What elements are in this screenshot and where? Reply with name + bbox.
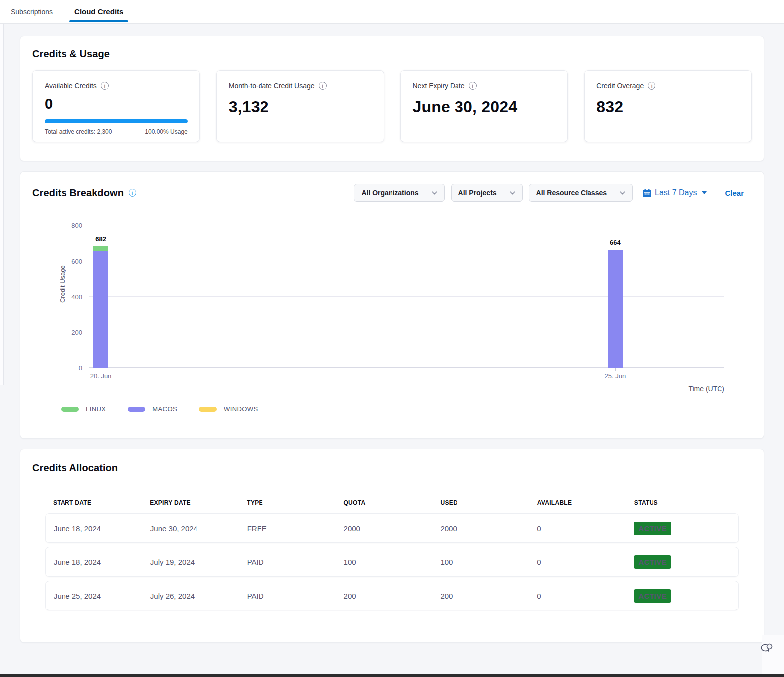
resource-classes-select[interactable]: All Resource Classes [529, 184, 633, 202]
legend-item-linux[interactable]: LINUX [61, 406, 106, 413]
gridline [89, 296, 724, 297]
caret-down-icon [702, 191, 707, 194]
available-credits-label: Available Credits [45, 82, 97, 90]
chart-bar[interactable] [608, 225, 623, 368]
stat-card-row: Available Credits i 0 Total active credi… [32, 70, 752, 142]
projects-select-value: All Projects [458, 189, 497, 197]
windows-color-swatch [199, 407, 217, 412]
col-start-date: START DATE [53, 499, 150, 506]
organizations-select[interactable]: All Organizations [354, 184, 444, 202]
credits-usage-panel: Credits & Usage Available Credits i 0 To… [20, 36, 764, 161]
clear-filters-button[interactable]: Clear [725, 189, 744, 197]
credits-breakdown-title: Credits Breakdown [32, 187, 124, 199]
gridline [89, 332, 724, 332]
projects-select[interactable]: All Projects [451, 184, 523, 202]
credits-progress-track [45, 119, 188, 123]
cell-type: PAID [247, 558, 344, 566]
date-range-picker[interactable]: Last 7 Days [642, 188, 707, 198]
cell-expiry-date: July 19, 2024 [150, 558, 247, 566]
bottom-bar [0, 674, 784, 677]
legend-label: MACOS [152, 406, 177, 413]
info-icon[interactable]: i [648, 82, 655, 90]
calendar-icon [642, 188, 652, 198]
bar-segment-linux [93, 246, 108, 251]
table-row: June 18, 2024 June 30, 2024 FREE 2000 20… [45, 513, 739, 543]
chevron-down-icon [620, 191, 625, 195]
y-tick-label: 600 [71, 257, 82, 265]
linux-color-swatch [61, 407, 79, 412]
status-badge: ACTIVE [634, 522, 671, 535]
info-icon[interactable]: i [129, 189, 136, 197]
chat-bubbles-icon[interactable] [760, 642, 773, 655]
table-header-row: START DATE EXPIRY DATE TYPE QUOTA USED A… [45, 499, 739, 513]
mtd-usage-value: 3,132 [229, 98, 372, 116]
info-icon[interactable]: i [101, 82, 109, 90]
gridline [89, 225, 724, 225]
x-axis-title: Time (UTC) [32, 385, 724, 393]
cell-used: 100 [440, 558, 537, 566]
col-status: STATUS [634, 499, 731, 506]
cell-available: 0 [537, 524, 634, 533]
x-tick-label: 20. Jun [90, 372, 112, 380]
table-row: June 18, 2024 July 19, 2024 PAID 100 100… [45, 547, 739, 577]
cell-quota: 200 [344, 592, 441, 600]
legend-item-windows[interactable]: WINDOWS [199, 406, 258, 413]
legend-label: WINDOWS [224, 406, 258, 413]
chart-bar[interactable] [93, 225, 108, 368]
left-edge-divider [0, 24, 4, 385]
chevron-down-icon [510, 191, 515, 195]
cell-quota: 2000 [344, 524, 441, 533]
col-quota: QUOTA [343, 499, 440, 506]
credits-allocation-panel: Credits Allocation START DATE EXPIRY DAT… [20, 449, 764, 643]
mtd-usage-card: Month-to-date Credit Usage i 3,132 [216, 70, 384, 142]
resource-classes-select-value: All Resource Classes [536, 189, 607, 197]
cell-type: FREE [247, 524, 344, 533]
col-available: AVAILABLE [537, 499, 634, 506]
tab-cloud-credits[interactable]: Cloud Credits [74, 0, 123, 23]
credits-progress-fill [45, 119, 188, 123]
plan-tabbar: Subscriptions Cloud Credits [0, 0, 784, 24]
credits-breakdown-panel: Credits Breakdown i All Organizations Al… [20, 171, 764, 439]
cell-quota: 100 [344, 558, 441, 566]
info-icon[interactable]: i [319, 82, 327, 90]
x-tick [615, 368, 616, 371]
legend-item-macos[interactable]: MACOS [128, 406, 177, 413]
cell-expiry-date: July 26, 2024 [150, 592, 247, 600]
bar-segment-macos [93, 251, 108, 368]
total-active-credits: Total active credits: 2,300 [45, 128, 112, 135]
y-tick-label: 200 [71, 329, 82, 336]
macos-color-swatch [128, 407, 145, 412]
credit-overage-value: 832 [596, 98, 739, 116]
cell-available: 0 [537, 592, 634, 600]
legend-label: LINUX [86, 406, 106, 413]
bar-segment-macos [608, 250, 623, 368]
mtd-usage-label: Month-to-date Credit Usage [229, 82, 315, 90]
x-tick [101, 368, 101, 371]
next-expiry-value: June 30, 2024 [413, 98, 556, 116]
credit-overage-card: Credit Overage i 832 [584, 70, 752, 142]
organizations-select-value: All Organizations [361, 189, 418, 197]
table-row: June 25, 2024 July 26, 2024 PAID 200 200… [45, 581, 739, 610]
chart-filters: All Organizations All Projects All Resou… [354, 184, 752, 202]
y-axis-title: Credit Usage [59, 265, 66, 303]
next-expiry-label: Next Expiry Date [413, 82, 465, 90]
cell-type: PAID [247, 592, 344, 600]
cell-start-date: June 25, 2024 [54, 592, 150, 600]
y-tick-label: 0 [79, 364, 82, 372]
credits-usage-title: Credits & Usage [32, 48, 752, 60]
x-tick-label: 25. Jun [605, 372, 626, 380]
tab-subscriptions[interactable]: Subscriptions [11, 0, 53, 23]
chart-legend: LINUX MACOS WINDOWS [61, 406, 752, 413]
y-tick-label: 400 [71, 293, 82, 300]
chart-plot: Credit Usage 020040060080068220. Jun6642… [89, 225, 724, 368]
cloud-credits-page: Credits & Usage Available Credits i 0 To… [0, 24, 784, 643]
cell-expiry-date: June 30, 2024 [150, 524, 247, 533]
credit-overage-label: Credit Overage [596, 82, 644, 90]
cell-start-date: June 18, 2024 [54, 558, 150, 566]
info-icon[interactable]: i [469, 82, 477, 90]
gridline [89, 261, 724, 261]
credits-allocation-title: Credits Allocation [32, 462, 752, 474]
cell-start-date: June 18, 2024 [54, 524, 150, 533]
date-range-value: Last 7 Days [655, 188, 697, 197]
y-tick-label: 800 [71, 222, 82, 229]
